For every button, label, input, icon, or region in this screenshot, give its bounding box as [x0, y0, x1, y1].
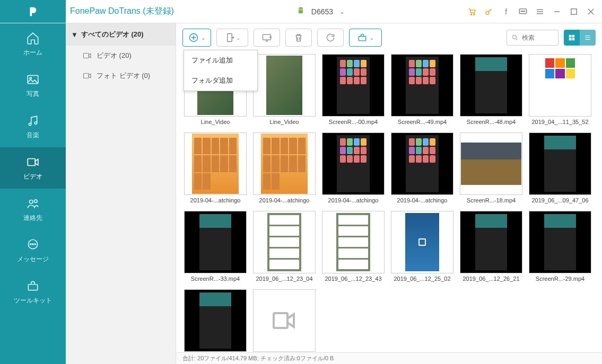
nav-contacts[interactable]: 連絡先 — [0, 189, 66, 230]
tree-header-label: すべてのビデオ (20) — [81, 30, 144, 39]
nav-home-label: ホーム — [23, 48, 42, 57]
search-input[interactable] — [522, 34, 554, 41]
maximize-icon[interactable] — [569, 7, 579, 16]
add-folder-item[interactable]: フォルダ追加 — [184, 70, 257, 91]
video-item[interactable]: 2019_06_...12_23_04 — [252, 211, 316, 282]
delete-button[interactable] — [285, 29, 312, 47]
video-grid: Line_VideoLine_VideoScreenR...-00.mp4Scr… — [184, 54, 595, 352]
video-item[interactable]: 2019_06_...12_23_43 — [321, 211, 385, 282]
video-thumbnail — [253, 54, 316, 117]
svg-point-4 — [486, 11, 489, 14]
svg-rect-30 — [572, 35, 575, 38]
content-area: ⌄ ⌄ ⌄ — [176, 23, 602, 364]
svg-rect-25 — [228, 34, 232, 42]
minimize-icon[interactable] — [552, 7, 562, 16]
cart-icon[interactable] — [467, 7, 477, 16]
video-item[interactable]: 2019-04-...atchingo — [184, 132, 247, 203]
video-filename: 2019-04-...atchingo — [184, 197, 247, 203]
export-to-pc-button[interactable] — [254, 29, 280, 47]
video-item[interactable] — [252, 289, 316, 352]
feedback-icon[interactable] — [518, 7, 528, 16]
menu-icon[interactable] — [535, 7, 545, 16]
video-item[interactable] — [184, 289, 247, 352]
tree-item-photo-videos[interactable]: フォト ビデオ (0) — [66, 66, 176, 86]
nav-contacts-label: 連絡先 — [23, 214, 42, 223]
video-thumbnail — [253, 211, 316, 273]
status-text: 合計: 20ファイル/414.79 MB; チェック済み:0ファイル/0 B — [182, 354, 334, 362]
video-thumbnail — [322, 211, 385, 273]
video-thumbnail — [184, 132, 247, 195]
video-item[interactable]: Line_Video — [252, 54, 316, 125]
video-item[interactable]: ScreenR...-18.mp4 — [459, 132, 523, 203]
video-item[interactable]: 2019-04-...atchingo — [252, 132, 316, 203]
svg-point-2 — [470, 14, 472, 15]
toolbox-button[interactable]: ⌄ — [349, 29, 382, 47]
svg-point-12 — [29, 123, 31, 125]
device-name: D6653 — [311, 7, 333, 16]
video-item[interactable]: ScreenR...-29.mp4 — [528, 211, 592, 282]
add-file-item[interactable]: ファイル追加 — [184, 50, 257, 70]
refresh-button[interactable] — [317, 29, 344, 47]
title-actions: f — [467, 7, 602, 16]
device-selector[interactable]: D6653 ⌄ — [174, 6, 467, 17]
video-item[interactable]: ScreenR...-33.mp4 — [184, 211, 247, 282]
nav-music-label: 音楽 — [27, 131, 39, 140]
toolbar: ⌄ ⌄ ⌄ — [176, 23, 602, 52]
svg-rect-9 — [571, 8, 577, 14]
nav-messages[interactable]: メッセージ — [0, 230, 66, 271]
nav-toolkit[interactable]: ツールキット — [0, 271, 66, 313]
svg-point-6 — [521, 11, 522, 12]
nav-photos[interactable]: 写真 — [0, 65, 66, 106]
list-view-button[interactable] — [580, 30, 596, 46]
facebook-icon[interactable]: f — [501, 7, 511, 16]
svg-point-15 — [30, 200, 33, 203]
svg-rect-23 — [84, 74, 89, 78]
search-icon — [511, 34, 519, 41]
video-item[interactable]: 2019_06_...09_47_06 — [528, 132, 592, 203]
tree-item-label: フォト ビデオ (0) — [97, 71, 150, 81]
grid-view-button[interactable] — [564, 30, 580, 46]
video-item[interactable]: 2019_06_...12_25_02 — [390, 211, 454, 282]
svg-point-19 — [32, 243, 33, 244]
key-icon[interactable] — [484, 7, 494, 16]
svg-point-1 — [301, 8, 302, 8]
app-title: FonePaw DoTrans (未登録) — [66, 6, 174, 17]
export-to-device-button[interactable]: ⌄ — [216, 29, 248, 47]
tree-item-videos[interactable]: ビデオ (20) — [66, 46, 176, 66]
svg-point-0 — [299, 8, 300, 8]
nav-home[interactable]: ホーム — [0, 23, 66, 65]
nav-videos[interactable]: ビデオ — [0, 147, 66, 189]
video-thumbnail — [460, 211, 522, 273]
video-item[interactable]: ScreenR...-49.mp4 — [390, 54, 454, 125]
video-thumbnail — [460, 132, 522, 195]
svg-rect-27 — [359, 37, 365, 41]
tree-item-label: ビデオ (20) — [97, 51, 132, 60]
video-thumbnail — [529, 211, 591, 273]
video-filename: Line_Video — [184, 119, 247, 125]
view-toggle — [564, 30, 596, 46]
video-thumbnail — [184, 289, 247, 352]
video-filename: Line_Video — [253, 119, 316, 125]
video-item[interactable]: ScreenR...-00.mp4 — [321, 54, 385, 125]
video-item[interactable]: 2019_04_...11_35_52 — [528, 54, 592, 125]
video-item[interactable]: 2019-04-...atchingo — [390, 132, 454, 203]
tree-header[interactable]: ▼ すべてのビデオ (20) — [66, 23, 176, 46]
svg-point-13 — [34, 122, 37, 124]
video-filename: 2019_04_...11_35_52 — [529, 119, 591, 125]
video-item[interactable]: 2019-04-...atchingo — [321, 132, 385, 203]
video-filename: ScreenR...-18.mp4 — [460, 197, 522, 203]
svg-point-3 — [474, 14, 475, 15]
video-filename: 2019_06_...12_23_43 — [322, 276, 385, 282]
chevron-down-icon: ⌄ — [370, 35, 374, 41]
video-filename: ScreenR...-33.mp4 — [184, 276, 247, 282]
video-item[interactable]: ScreenR...-48.mp4 — [459, 54, 523, 125]
tree-panel: ▼ すべてのビデオ (20) ビデオ (20) フォト ビデオ (0) — [66, 23, 176, 364]
video-item[interactable]: 2019_06_...12_26_21 — [459, 211, 523, 282]
svg-rect-14 — [28, 158, 35, 165]
grid-scroll[interactable]: Line_VideoLine_VideoScreenR...-00.mp4Scr… — [176, 52, 602, 352]
add-button[interactable]: ⌄ — [182, 29, 211, 47]
search-box[interactable] — [507, 30, 559, 46]
nav-music[interactable]: 音楽 — [0, 106, 66, 147]
video-thumbnail — [391, 211, 453, 273]
close-icon[interactable] — [586, 7, 596, 16]
